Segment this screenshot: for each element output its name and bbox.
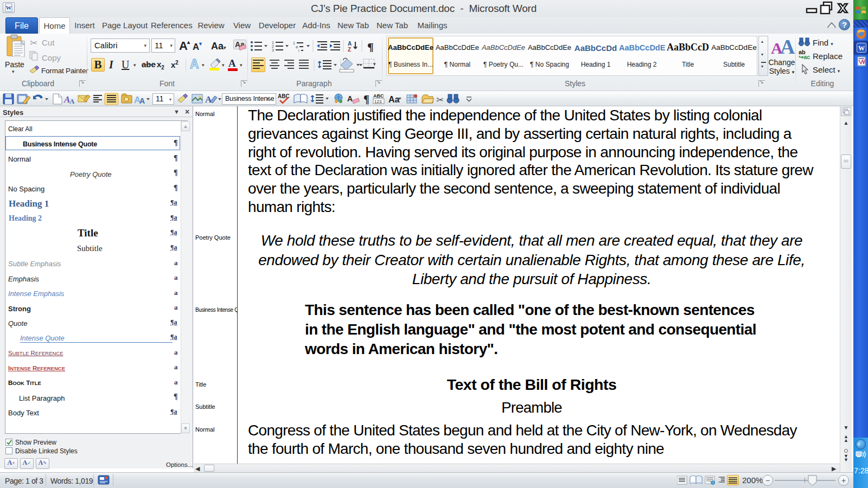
svg-text:A: A bbox=[348, 41, 352, 47]
svg-text:A: A bbox=[347, 94, 353, 103]
svg-text:1: 1 bbox=[293, 41, 295, 45]
svg-text:a: a bbox=[296, 45, 298, 49]
svg-text:W: W bbox=[6, 4, 12, 11]
svg-text:A: A bbox=[205, 94, 212, 105]
svg-text:✂: ✂ bbox=[436, 95, 444, 105]
svg-text:¶: ¶ bbox=[367, 40, 374, 52]
svg-text:A: A bbox=[69, 97, 75, 105]
svg-text:Z: Z bbox=[348, 47, 351, 52]
svg-text:ABC: ABC bbox=[373, 93, 384, 99]
svg-text:123: 123 bbox=[374, 99, 382, 104]
svg-text:W: W bbox=[858, 44, 865, 52]
svg-text:Aa: Aa bbox=[388, 95, 400, 104]
svg-text:A: A bbox=[139, 97, 145, 105]
svg-text:1: 1 bbox=[272, 41, 274, 44]
svg-text:¶: ¶ bbox=[363, 93, 369, 105]
svg-text:i: i bbox=[298, 49, 299, 52]
svg-text:2: 2 bbox=[272, 44, 274, 48]
svg-text:3: 3 bbox=[272, 48, 274, 52]
